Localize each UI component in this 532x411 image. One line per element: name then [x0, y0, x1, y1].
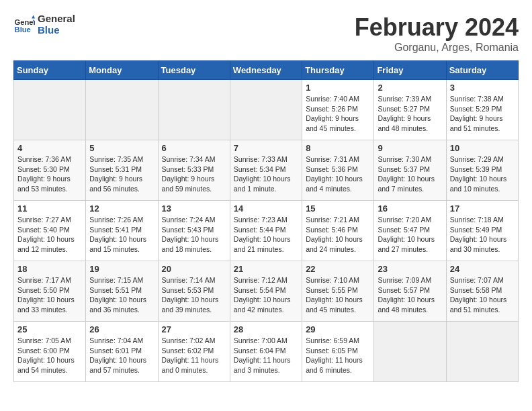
calendar-cell: 12Sunrise: 7:26 AM Sunset: 5:41 PM Dayli… [86, 201, 158, 261]
day-number: 4 [17, 143, 82, 153]
cell-info: Sunrise: 7:35 AM Sunset: 5:31 PM Dayligh… [89, 154, 154, 194]
calendar-cell: 22Sunrise: 7:10 AM Sunset: 5:55 PM Dayli… [302, 261, 374, 322]
day-number: 9 [378, 143, 442, 153]
day-number: 10 [450, 143, 515, 153]
day-number: 2 [378, 83, 442, 93]
day-number: 20 [162, 264, 226, 274]
cell-info: Sunrise: 7:05 AM Sunset: 6:00 PM Dayligh… [17, 336, 82, 375]
cell-info: Sunrise: 7:23 AM Sunset: 5:44 PM Dayligh… [234, 215, 298, 255]
calendar-cell: 17Sunrise: 7:18 AM Sunset: 5:49 PM Dayli… [446, 201, 518, 261]
calendar-week-row: 4Sunrise: 7:36 AM Sunset: 5:30 PM Daylig… [14, 140, 519, 201]
cell-info: Sunrise: 7:02 AM Sunset: 6:02 PM Dayligh… [162, 336, 226, 375]
cell-info: Sunrise: 7:40 AM Sunset: 5:26 PM Dayligh… [306, 94, 370, 134]
day-number: 5 [89, 143, 154, 153]
calendar-cell [446, 322, 518, 382]
calendar-cell: 28Sunrise: 7:00 AM Sunset: 6:04 PM Dayli… [230, 322, 302, 382]
logo-blue: Blue [38, 25, 75, 36]
cell-info: Sunrise: 7:34 AM Sunset: 5:33 PM Dayligh… [162, 154, 226, 194]
calendar-cell: 16Sunrise: 7:20 AM Sunset: 5:47 PM Dayli… [374, 201, 446, 261]
cell-info: Sunrise: 7:12 AM Sunset: 5:54 PM Dayligh… [234, 275, 298, 315]
logo-icon: General Blue [13, 14, 35, 36]
calendar-cell: 8Sunrise: 7:31 AM Sunset: 5:36 PM Daylig… [302, 140, 374, 201]
cell-info: Sunrise: 7:20 AM Sunset: 5:47 PM Dayligh… [378, 215, 442, 255]
cell-info: Sunrise: 7:29 AM Sunset: 5:39 PM Dayligh… [450, 154, 515, 194]
calendar-cell [86, 80, 158, 140]
day-number: 7 [234, 143, 298, 153]
svg-text:General: General [15, 18, 35, 26]
day-number: 21 [234, 264, 298, 274]
calendar-cell: 9Sunrise: 7:30 AM Sunset: 5:37 PM Daylig… [374, 140, 446, 201]
calendar-cell: 25Sunrise: 7:05 AM Sunset: 6:00 PM Dayli… [14, 322, 86, 382]
day-number: 17 [450, 203, 515, 214]
calendar-title: February 2024 [355, 13, 519, 42]
calendar-cell [374, 322, 446, 382]
svg-text:Blue: Blue [15, 26, 31, 34]
day-number: 15 [306, 203, 370, 214]
day-number: 3 [450, 83, 515, 93]
day-number: 27 [162, 324, 226, 334]
cell-info: Sunrise: 7:27 AM Sunset: 5:40 PM Dayligh… [17, 215, 82, 255]
day-number: 12 [89, 203, 154, 214]
calendar-cell: 5Sunrise: 7:35 AM Sunset: 5:31 PM Daylig… [86, 140, 158, 201]
calendar-header-row: SundayMondayTuesdayWednesdayThursdayFrid… [14, 61, 519, 80]
day-number: 29 [306, 324, 370, 334]
day-number: 11 [17, 203, 82, 214]
calendar-cell: 4Sunrise: 7:36 AM Sunset: 5:30 PM Daylig… [14, 140, 86, 201]
svg-marker-2 [32, 15, 35, 18]
day-number: 19 [89, 264, 154, 274]
calendar-cell: 6Sunrise: 7:34 AM Sunset: 5:33 PM Daylig… [158, 140, 230, 201]
calendar-table: SundayMondayTuesdayWednesdayThursdayFrid… [13, 60, 519, 382]
cell-info: Sunrise: 7:33 AM Sunset: 5:34 PM Dayligh… [234, 154, 298, 194]
calendar-cell: 24Sunrise: 7:07 AM Sunset: 5:58 PM Dayli… [446, 261, 518, 322]
cell-info: Sunrise: 7:14 AM Sunset: 5:53 PM Dayligh… [162, 275, 226, 315]
cell-info: Sunrise: 7:39 AM Sunset: 5:27 PM Dayligh… [378, 94, 442, 134]
day-number: 23 [378, 264, 442, 274]
header-thursday: Thursday [302, 61, 374, 80]
header-wednesday: Wednesday [230, 61, 302, 80]
day-number: 6 [162, 143, 226, 153]
cell-info: Sunrise: 7:24 AM Sunset: 5:43 PM Dayligh… [162, 215, 226, 255]
header: General Blue General Blue February 2024 … [13, 13, 519, 54]
day-number: 22 [306, 264, 370, 274]
calendar-cell: 23Sunrise: 7:09 AM Sunset: 5:57 PM Dayli… [374, 261, 446, 322]
logo: General Blue General Blue [13, 13, 75, 36]
day-number: 26 [89, 324, 154, 334]
cell-info: Sunrise: 7:26 AM Sunset: 5:41 PM Dayligh… [89, 215, 154, 255]
cell-info: Sunrise: 7:31 AM Sunset: 5:36 PM Dayligh… [306, 154, 370, 194]
header-saturday: Saturday [446, 61, 518, 80]
logo-general: General [38, 13, 75, 25]
cell-info: Sunrise: 6:59 AM Sunset: 6:05 PM Dayligh… [306, 336, 370, 375]
day-number: 1 [306, 83, 370, 93]
calendar-cell: 18Sunrise: 7:17 AM Sunset: 5:50 PM Dayli… [14, 261, 86, 322]
header-monday: Monday [86, 61, 158, 80]
day-number: 8 [306, 143, 370, 153]
calendar-subtitle: Gorganu, Arges, Romania [355, 42, 519, 54]
cell-info: Sunrise: 7:15 AM Sunset: 5:51 PM Dayligh… [89, 275, 154, 315]
cell-info: Sunrise: 7:00 AM Sunset: 6:04 PM Dayligh… [234, 336, 298, 375]
calendar-cell: 2Sunrise: 7:39 AM Sunset: 5:27 PM Daylig… [374, 80, 446, 140]
calendar-cell: 27Sunrise: 7:02 AM Sunset: 6:02 PM Dayli… [158, 322, 230, 382]
calendar-cell [158, 80, 230, 140]
cell-info: Sunrise: 7:09 AM Sunset: 5:57 PM Dayligh… [378, 275, 442, 315]
calendar-cell: 14Sunrise: 7:23 AM Sunset: 5:44 PM Dayli… [230, 201, 302, 261]
calendar-cell: 11Sunrise: 7:27 AM Sunset: 5:40 PM Dayli… [14, 201, 86, 261]
day-number: 24 [450, 264, 515, 274]
title-area: February 2024 Gorganu, Arges, Romania [355, 13, 519, 54]
header-tuesday: Tuesday [158, 61, 230, 80]
calendar-cell: 19Sunrise: 7:15 AM Sunset: 5:51 PM Dayli… [86, 261, 158, 322]
calendar-week-row: 1Sunrise: 7:40 AM Sunset: 5:26 PM Daylig… [14, 80, 519, 140]
calendar-cell [230, 80, 302, 140]
cell-info: Sunrise: 7:10 AM Sunset: 5:55 PM Dayligh… [306, 275, 370, 315]
day-number: 28 [234, 324, 298, 334]
day-number: 25 [17, 324, 82, 334]
cell-info: Sunrise: 7:36 AM Sunset: 5:30 PM Dayligh… [17, 154, 82, 194]
calendar-week-row: 11Sunrise: 7:27 AM Sunset: 5:40 PM Dayli… [14, 201, 519, 261]
calendar-cell: 15Sunrise: 7:21 AM Sunset: 5:46 PM Dayli… [302, 201, 374, 261]
calendar-cell: 21Sunrise: 7:12 AM Sunset: 5:54 PM Dayli… [230, 261, 302, 322]
calendar-cell: 1Sunrise: 7:40 AM Sunset: 5:26 PM Daylig… [302, 80, 374, 140]
day-number: 13 [162, 203, 226, 214]
calendar-cell: 20Sunrise: 7:14 AM Sunset: 5:53 PM Dayli… [158, 261, 230, 322]
calendar-week-row: 18Sunrise: 7:17 AM Sunset: 5:50 PM Dayli… [14, 261, 519, 322]
calendar-cell: 7Sunrise: 7:33 AM Sunset: 5:34 PM Daylig… [230, 140, 302, 201]
day-number: 18 [17, 264, 82, 274]
